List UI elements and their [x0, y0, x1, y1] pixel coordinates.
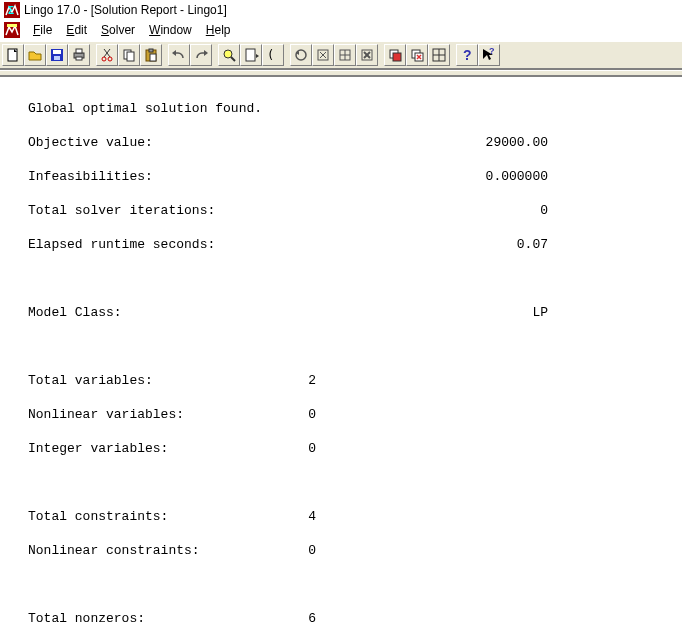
toolbar: ( ) ? ? [0, 40, 682, 70]
title-bar: Σ Lingo 17.0 - [Solution Report - Lingo1… [0, 0, 682, 20]
window-title: Lingo 17.0 - [Solution Report - Lingo1] [24, 3, 227, 17]
label: Integer variables: [28, 440, 228, 457]
value: 0 [228, 202, 548, 219]
label: Objective value: [28, 134, 228, 151]
svg-rect-10 [76, 49, 82, 53]
context-help-button[interactable]: ? [478, 44, 500, 66]
svg-rect-8 [54, 56, 60, 60]
menu-bar: File Edit Solver Window Help [0, 20, 682, 40]
send-to-back-button[interactable] [384, 44, 406, 66]
svg-point-28 [296, 50, 306, 60]
svg-rect-3 [7, 24, 17, 27]
document-icon [4, 22, 20, 38]
new-file-button[interactable] [2, 44, 24, 66]
value: 4 [228, 508, 316, 525]
svg-marker-26 [256, 54, 259, 58]
close-all-button[interactable] [406, 44, 428, 66]
svg-point-23 [224, 50, 232, 58]
undo-button[interactable] [168, 44, 190, 66]
cut-button[interactable] [96, 44, 118, 66]
svg-line-24 [231, 57, 235, 61]
document-top-edge [0, 70, 682, 77]
label: Nonlinear constraints: [28, 542, 228, 559]
value: 0 [228, 542, 316, 559]
svg-rect-17 [127, 52, 134, 61]
svg-marker-21 [172, 50, 176, 56]
value: 29000.00 [228, 134, 548, 151]
menu-solver[interactable]: Solver [94, 22, 142, 38]
svg-rect-40 [393, 53, 401, 61]
app-icon: Σ [4, 2, 20, 18]
value: 2 [228, 372, 316, 389]
value: 0 [228, 440, 316, 457]
svg-text:?: ? [489, 47, 495, 56]
label: Infeasibilities: [28, 168, 228, 185]
menu-file[interactable]: File [26, 22, 59, 38]
value: 0.000000 [228, 168, 548, 185]
copy-button[interactable] [118, 44, 140, 66]
label: Total nonzeros: [28, 610, 228, 626]
save-button[interactable] [46, 44, 68, 66]
find-button[interactable] [218, 44, 240, 66]
svg-text:?: ? [463, 47, 472, 63]
value: LP [228, 304, 548, 321]
solution-report: Global optimal solution found. Objective… [0, 77, 682, 626]
label: Total solver iterations: [28, 202, 228, 219]
svg-point-14 [102, 57, 106, 61]
options-button[interactable] [356, 44, 378, 66]
tile-windows-button[interactable] [428, 44, 450, 66]
paste-button[interactable] [140, 44, 162, 66]
label: Total constraints: [28, 508, 228, 525]
label: Model Class: [28, 304, 228, 321]
open-file-button[interactable] [24, 44, 46, 66]
help-button[interactable]: ? [456, 44, 478, 66]
svg-rect-19 [149, 49, 153, 52]
svg-rect-11 [76, 57, 82, 60]
svg-point-15 [108, 57, 112, 61]
svg-text:Σ: Σ [8, 5, 14, 16]
status-line: Global optimal solution found. [28, 100, 228, 117]
svg-marker-22 [204, 50, 208, 56]
svg-text:( ): ( ) [267, 48, 281, 62]
label: Elapsed runtime seconds: [28, 236, 228, 253]
menu-edit[interactable]: Edit [59, 22, 94, 38]
print-button[interactable] [68, 44, 90, 66]
value: 0.07 [228, 236, 548, 253]
solution-button[interactable] [312, 44, 334, 66]
svg-rect-20 [150, 54, 156, 61]
menu-help[interactable]: Help [199, 22, 238, 38]
svg-rect-25 [246, 49, 255, 61]
solve-button[interactable] [290, 44, 312, 66]
match-parenthesis-button[interactable]: ( ) [262, 44, 284, 66]
value: 6 [228, 610, 316, 626]
label: Nonlinear variables: [28, 406, 228, 423]
matrix-picture-button[interactable] [334, 44, 356, 66]
paste-function-button[interactable] [240, 44, 262, 66]
value: 0 [228, 406, 316, 423]
redo-button[interactable] [190, 44, 212, 66]
svg-rect-7 [53, 50, 61, 54]
menu-window[interactable]: Window [142, 22, 199, 38]
label: Total variables: [28, 372, 228, 389]
